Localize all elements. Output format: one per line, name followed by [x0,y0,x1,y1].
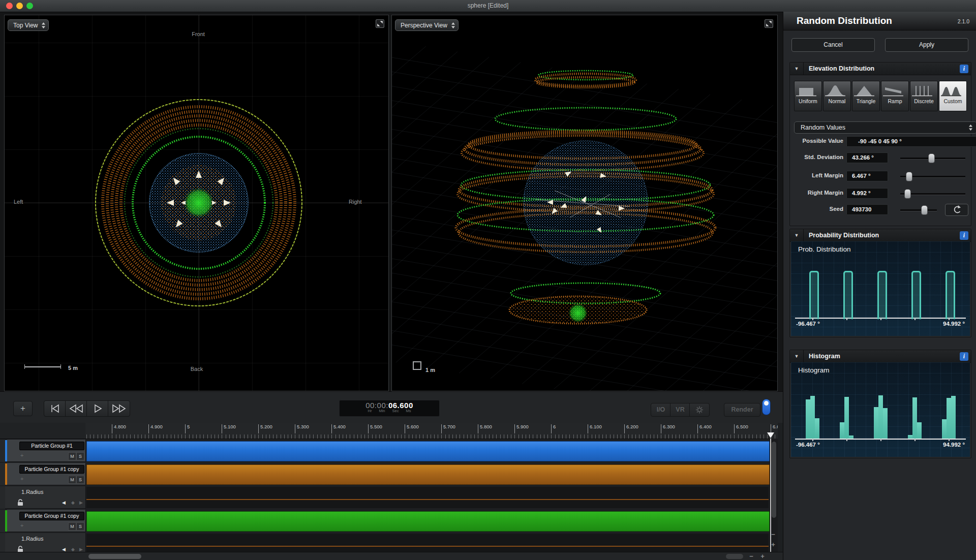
vertical-scroll-thumb[interactable] [772,442,776,518]
settings-button[interactable] [689,403,710,417]
unit-sec: Sec [392,409,399,413]
probability-spike [911,271,921,319]
add-keyframe-button[interactable]: ◆ [71,500,75,505]
mute-button[interactable]: M [68,522,76,531]
fast-forward-button[interactable] [108,400,130,417]
ruler-tick [331,424,332,433]
perspective-viewport[interactable]: Perspective View 1 m [391,15,778,391]
slider-thumb[interactable] [928,153,935,163]
track-header[interactable]: Particle Group #1 + M S [7,440,86,462]
mode-label: Custom [939,98,966,104]
slider-thumb[interactable] [921,205,928,215]
clip-bar[interactable] [86,441,770,461]
section-header[interactable]: ▼ Histogram i [790,350,971,363]
time-display[interactable]: 00:00:06.600 Hr Min Sec Ms [339,400,440,417]
seed-input[interactable]: 493730 [846,204,888,215]
view-selector-dropdown[interactable]: Perspective View [395,19,459,31]
top-view-particle-scene [5,15,388,391]
add-automation-button[interactable]: + [20,452,23,458]
section-header[interactable]: ▼ Elevation Distribution i [790,63,971,75]
prev-keyframe-button[interactable]: ◀ [62,547,66,552]
solo-button[interactable]: S [76,452,84,460]
io-button[interactable]: I/O [651,403,671,417]
render-button[interactable]: Render [724,403,760,417]
vertical-zoom-out-button[interactable]: − [767,531,780,538]
add-track-button[interactable]: + [13,401,33,416]
values-type-dropdown[interactable]: Random Values [794,121,976,134]
clip-bar[interactable] [86,511,770,532]
plugin-panel: Random Distribution 2.1.0 Cancel Apply ▼… [783,12,976,560]
horizontal-zoom-out-button[interactable]: − [746,552,756,560]
apply-button[interactable]: Apply [885,38,968,52]
info-button[interactable]: i [960,231,968,240]
mode-custom-button[interactable]: Custom [939,81,967,111]
add-automation-button[interactable]: + [20,476,23,482]
collapse-triangle-icon[interactable]: ▼ [790,229,804,241]
std-deviation-input[interactable]: 43.266 ° [846,152,888,163]
mode-ramp-button[interactable]: Ramp [881,81,909,111]
prev-keyframe-button[interactable]: ◀ [62,500,66,505]
orientation-label-front: Front [192,31,205,37]
add-automation-button[interactable]: + [20,522,23,528]
next-keyframe-button[interactable]: ▶ [79,547,83,552]
ruler-label: 6.500 [736,424,748,429]
play-button[interactable] [86,400,109,417]
timeline-area: 4.8004.90055.1005.2005.3005.4005.5005.60… [0,423,783,560]
automation-lane[interactable] [86,487,769,508]
slider-thumb[interactable] [906,172,912,181]
right-margin-slider[interactable] [900,193,965,195]
add-keyframe-button[interactable]: ◆ [71,547,75,552]
mode-discrete-button[interactable]: Discrete [910,81,938,111]
horizontal-zoom-pill[interactable] [726,554,743,559]
horizontal-scroll-thumb[interactable] [88,554,141,559]
mode-uniform-button[interactable]: Uniform [794,81,822,111]
rewind-button[interactable] [65,400,87,417]
expand-viewport-icon[interactable] [376,19,384,28]
mute-button[interactable]: M [68,452,76,460]
vertical-zoom-in-button[interactable]: + [767,541,780,548]
seed-slider[interactable] [900,209,937,211]
horizontal-zoom-in-button[interactable]: + [757,552,768,560]
audio-toggle[interactable] [762,399,771,415]
track-name[interactable]: Particle Group #1 copy [19,512,84,520]
chart-title: Prob. Distribution [798,245,851,253]
histogram-bar [917,422,922,439]
solo-button[interactable]: S [76,476,84,484]
track-name[interactable]: Particle Group #1 copy [19,465,84,474]
right-margin-input[interactable]: 4.992 ° [846,188,888,199]
ruler-label: 6.600 [773,424,778,429]
view-selector-dropdown[interactable]: Top View [8,19,49,31]
possible-value-input[interactable]: -90 -45 0 45 90 ° [846,136,976,147]
automation-curve[interactable] [86,499,769,500]
track-header[interactable]: Particle Group #1 copy + M S [7,463,86,485]
top-view-viewport[interactable]: Top View Front Left Right Back 5 m [4,15,389,391]
info-button[interactable]: i [960,65,968,73]
automation-header[interactable]: 1.Radius ◀ ◆ ▶ [5,486,86,509]
vr-button[interactable]: VR [670,403,690,417]
mode-normal-button[interactable]: Normal [823,81,851,111]
left-margin-slider[interactable] [900,176,965,178]
skip-to-start-button[interactable] [44,400,66,417]
expand-viewport-icon[interactable] [765,19,773,28]
solo-button[interactable]: S [76,522,84,531]
clip-bar[interactable] [86,464,770,485]
horizontal-scrollbar[interactable]: − + [0,552,783,560]
collapse-triangle-icon[interactable]: ▼ [790,63,804,75]
std-deviation-slider[interactable] [900,158,965,160]
reseed-button[interactable] [945,204,968,216]
collapse-triangle-icon[interactable]: ▼ [790,350,804,362]
track-header[interactable]: Particle Group #1 copy + M S [7,510,86,532]
info-button[interactable]: i [960,352,968,361]
left-margin-input[interactable]: 6.467 ° [846,171,888,181]
automation-curve[interactable] [86,546,769,547]
slider-thumb[interactable] [904,189,911,199]
time-ruler[interactable]: 4.8004.90055.1005.2005.3005.4005.5005.60… [85,423,778,439]
mute-button[interactable]: M [68,476,76,484]
section-header[interactable]: ▼ Probability Distribution i [790,229,971,242]
playhead-marker[interactable] [767,432,774,438]
mode-triangle-button[interactable]: Triangle [852,81,880,111]
track-name[interactable]: Particle Group #1 [19,442,84,450]
next-keyframe-button[interactable]: ▶ [79,500,83,505]
cancel-button[interactable]: Cancel [791,38,875,52]
lock-icon[interactable] [16,499,24,506]
